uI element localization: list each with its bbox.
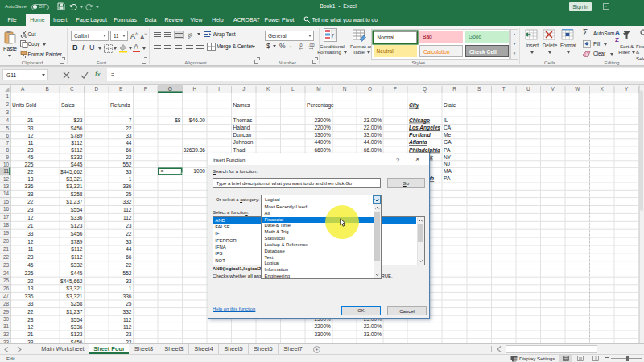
svg-text:29: 29 <box>3 309 10 315</box>
svg-text:6: 6 <box>6 133 9 138</box>
svg-text:2200%: 2200% <box>314 323 331 329</box>
svg-text:31: 31 <box>3 323 10 329</box>
svg-text:336: 336 <box>122 183 131 189</box>
svg-text:22: 22 <box>126 231 132 237</box>
svg-text:16: 16 <box>3 206 10 212</box>
svg-text:S: S <box>477 86 481 92</box>
svg-text:W: W <box>575 86 580 92</box>
svg-text:NY: NY <box>444 154 452 160</box>
svg-text:552: 552 <box>122 162 131 167</box>
svg-text:Chicago: Chicago <box>409 117 430 124</box>
svg-text:Me: Me <box>444 132 451 138</box>
svg-text:11: 11 <box>3 168 9 174</box>
svg-text:21: 21 <box>27 223 34 228</box>
svg-text:$445: $445 <box>71 162 83 167</box>
svg-text:12: 12 <box>3 176 10 182</box>
svg-text:2300%: 2300% <box>314 117 331 123</box>
svg-text:PA: PA <box>444 147 451 153</box>
svg-text:33.00%: 33.00% <box>364 331 382 337</box>
svg-text:22: 22 <box>27 278 34 284</box>
svg-text:32639.86: 32639.86 <box>183 147 205 153</box>
svg-text:Los Angeles: Los Angeles <box>409 125 440 131</box>
svg-text:Portland: Portland <box>409 132 431 138</box>
svg-text:G: G <box>168 86 172 92</box>
svg-text:.0: .0 <box>299 43 303 47</box>
svg-text:44: 44 <box>126 246 132 252</box>
svg-text:Thomas: Thomas <box>233 117 254 123</box>
svg-text:24: 24 <box>3 270 10 276</box>
svg-text:33: 33 <box>126 133 132 138</box>
svg-text:$554: $554 <box>71 317 83 323</box>
svg-text:PA: PA <box>444 175 451 181</box>
svg-text:12: 12 <box>27 133 34 138</box>
svg-text:U: U <box>526 86 530 92</box>
svg-text:$123: $123 <box>71 331 83 337</box>
svg-text:Thad: Thad <box>233 147 246 153</box>
svg-text:22: 22 <box>126 262 132 268</box>
svg-text:336: 336 <box>24 294 33 299</box>
svg-text:Percentage: Percentage <box>307 102 334 109</box>
svg-text:26: 26 <box>3 286 10 291</box>
svg-text:T: T <box>502 86 506 92</box>
svg-text:25: 25 <box>126 301 132 306</box>
svg-text:15: 15 <box>3 199 10 204</box>
svg-text:$789: $789 <box>71 133 83 138</box>
svg-text:O: O <box>368 86 372 92</box>
svg-text:10: 10 <box>3 162 10 167</box>
svg-text:$336: $336 <box>71 324 83 330</box>
svg-text:Refunds: Refunds <box>110 102 130 108</box>
svg-text:33.00%: 33.00% <box>364 132 382 138</box>
svg-text:$258: $258 <box>71 191 83 197</box>
svg-text:$112: $112 <box>71 254 83 260</box>
svg-text:332: 332 <box>122 309 131 315</box>
svg-text:$445,662: $445,662 <box>60 278 83 284</box>
svg-text:$3,321: $3,321 <box>66 183 83 189</box>
svg-text:3300%: 3300% <box>314 331 331 337</box>
svg-text:19: 19 <box>3 230 10 236</box>
svg-text:11: 11 <box>28 140 34 146</box>
svg-text:14: 14 <box>3 191 10 196</box>
svg-text:552: 552 <box>122 270 131 276</box>
svg-text:$112: $112 <box>71 246 83 252</box>
svg-text:$332: $332 <box>71 154 83 160</box>
svg-text:22: 22 <box>27 169 34 175</box>
svg-text:23.00%: 23.00% <box>364 117 382 123</box>
svg-text:State: State <box>444 102 456 108</box>
svg-text:5: 5 <box>6 125 9 131</box>
svg-text:X: X <box>601 86 605 92</box>
svg-text:Names: Names <box>233 102 251 108</box>
svg-text:I: I <box>218 86 220 92</box>
svg-text:$8: $8 <box>175 117 181 123</box>
svg-text:A: A <box>21 86 25 92</box>
svg-text:Duncan: Duncan <box>233 132 252 138</box>
svg-text:$1,237: $1,237 <box>66 309 83 315</box>
svg-text:7: 7 <box>129 117 132 123</box>
svg-text:$789: $789 <box>71 239 83 245</box>
svg-text:112: 112 <box>123 317 132 323</box>
svg-text:25: 25 <box>126 191 132 197</box>
svg-text:22.00%: 22.00% <box>364 323 382 329</box>
svg-text:$258: $258 <box>71 301 83 306</box>
svg-text:$123: $123 <box>71 223 83 228</box>
svg-text:ab: ab <box>188 31 194 39</box>
svg-text:Atlanta: Atlanta <box>408 139 427 145</box>
svg-text:9: 9 <box>6 154 9 160</box>
svg-text:3300%: 3300% <box>314 132 331 138</box>
svg-text:23: 23 <box>27 207 34 212</box>
svg-text:1: 1 <box>129 286 132 291</box>
svg-text:13: 13 <box>27 176 34 182</box>
svg-text:M: M <box>316 86 320 92</box>
svg-text:8: 8 <box>6 147 9 153</box>
svg-text:GA: GA <box>444 139 452 145</box>
svg-text:66: 66 <box>126 147 132 153</box>
svg-text:=: = <box>161 168 164 174</box>
svg-text:CA: CA <box>444 125 452 130</box>
svg-text:44.00%: 44.00% <box>364 139 382 145</box>
svg-text:$554: $554 <box>71 207 83 212</box>
svg-text:4: 4 <box>6 117 9 123</box>
svg-text:25: 25 <box>3 278 10 283</box>
svg-text:21: 21 <box>27 117 34 123</box>
svg-text:1: 1 <box>129 176 132 182</box>
svg-text:$3,321: $3,321 <box>66 294 83 299</box>
svg-text:V: V <box>551 86 555 92</box>
